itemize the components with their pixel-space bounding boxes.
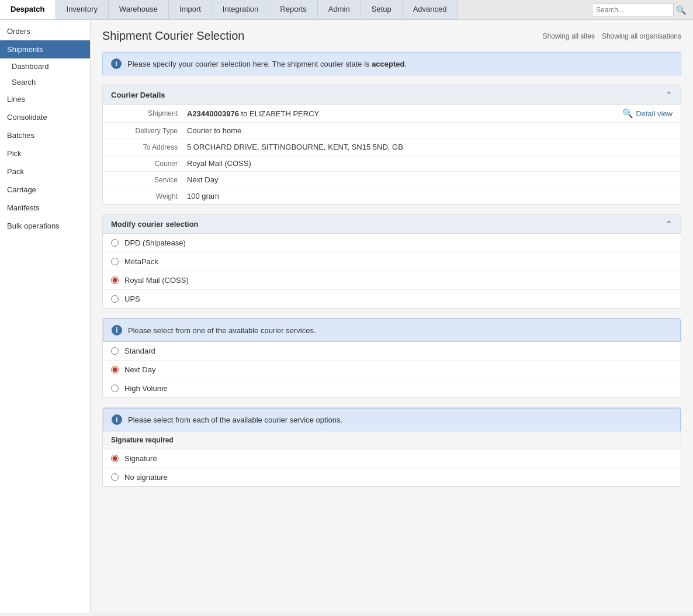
shipment-to-label: to <box>241 109 250 118</box>
sidebar: Orders Shipments Dashboard Search Lines … <box>0 20 91 612</box>
service-option-nextday-label: Next Day <box>124 365 155 374</box>
modify-courier-header: Modify courier selection ⌃ <box>103 214 681 234</box>
sidebar-item-pack[interactable]: Pack <box>0 162 90 181</box>
courier-option-royalmail-label: Royal Mail (COSS) <box>124 276 189 285</box>
service-options-info-banner: i Please select from each of the availab… <box>103 408 681 431</box>
delivery-type-label: Delivery Type <box>111 127 187 135</box>
service-value: Next Day <box>187 175 673 184</box>
sidebar-item-lines[interactable]: Lines <box>0 90 90 108</box>
service-option-highvolume[interactable]: High Volume <box>103 379 681 397</box>
service-options-info-icon: i <box>112 414 122 425</box>
modify-courier-panel: Modify courier selection ⌃ DPD (Shipatea… <box>102 214 681 309</box>
courier-services-panel: i Please select from one of the availabl… <box>102 318 681 398</box>
header-links: Showing all sites Showing all organisati… <box>543 32 681 40</box>
tab-inventory[interactable]: Inventory <box>56 0 109 19</box>
sidebar-item-bulk-operations[interactable]: Bulk operations <box>0 217 90 235</box>
sidebar-item-batches[interactable]: Batches <box>0 126 90 144</box>
courier-label: Courier <box>111 160 187 168</box>
courier-option-dpd-label: DPD (Shipatease) <box>124 238 186 247</box>
service-opt-signature-label: Signature <box>124 454 157 463</box>
tab-integration[interactable]: Integration <box>212 0 269 19</box>
weight-value: 100 gram <box>187 192 673 200</box>
service-radio-nextday[interactable] <box>111 366 119 373</box>
search-area: 🔍 <box>587 0 693 19</box>
info-icon: i <box>111 58 122 69</box>
courier-option-royalmail[interactable]: Royal Mail (COSS) <box>103 271 681 290</box>
courier-details-collapse-button[interactable]: ⌃ <box>666 90 673 99</box>
modify-courier-body: DPD (Shipatease) MetaPack Royal Mail (CO… <box>103 234 681 308</box>
weight-row: Weight 100 gram <box>103 188 681 204</box>
sidebar-item-carriage[interactable]: Carriage <box>0 181 90 199</box>
service-radio-standard[interactable] <box>111 347 119 355</box>
tab-setup[interactable]: Setup <box>361 0 403 19</box>
service-radio-signature[interactable] <box>111 455 119 462</box>
showing-all-organisations-link[interactable]: Showing all organisations <box>602 32 681 40</box>
courier-radio-metapack[interactable] <box>111 258 119 265</box>
courier-option-ups[interactable]: UPS <box>103 290 681 308</box>
service-option-nextday[interactable]: Next Day <box>103 361 681 379</box>
service-radio-no-signature[interactable] <box>111 473 119 481</box>
courier-value: Royal Mail (COSS) <box>187 159 673 168</box>
sidebar-item-search[interactable]: Search <box>0 74 90 90</box>
tab-reports[interactable]: Reports <box>269 0 318 19</box>
signature-required-label: Signature required <box>103 431 681 449</box>
page-title: Shipment Courier Selection <box>102 29 543 43</box>
courier-radio-ups[interactable] <box>111 295 119 303</box>
sidebar-item-manifests[interactable]: Manifests <box>0 199 90 217</box>
shipment-row: Shipment A23440003976 to ELIZABETH PERCY… <box>103 105 681 123</box>
service-options-info-text: Please select from each of the available… <box>128 416 342 424</box>
search-button[interactable]: 🔍 <box>674 4 688 16</box>
courier-radio-royalmail[interactable] <box>111 276 119 284</box>
courier-details-header: Courier Details ⌃ <box>103 85 681 105</box>
tab-despatch[interactable]: Despatch <box>0 0 56 19</box>
weight-label: Weight <box>111 192 187 200</box>
service-radio-highvolume[interactable] <box>111 385 119 392</box>
detail-view-link[interactable]: 🔍 Detail view <box>622 108 673 119</box>
sidebar-item-dashboard[interactable]: Dashboard <box>0 58 90 74</box>
service-label: Service <box>111 176 187 184</box>
top-navigation: Despatch Inventory Warehouse Import Inte… <box>0 0 693 20</box>
shipment-id: A23440003976 <box>187 109 239 118</box>
sidebar-item-pick[interactable]: Pick <box>0 144 90 162</box>
page-layout: Orders Shipments Dashboard Search Lines … <box>0 20 693 612</box>
service-options-body: Signature No signature <box>103 449 681 486</box>
service-option-standard[interactable]: Standard <box>103 342 681 361</box>
courier-row: Courier Royal Mail (COSS) <box>103 155 681 172</box>
courier-radio-dpd[interactable] <box>111 239 119 247</box>
service-option-highvolume-label: High Volume <box>124 384 168 393</box>
sidebar-item-consolidate[interactable]: Consolidate <box>0 108 90 126</box>
search-detail-icon: 🔍 <box>622 108 633 119</box>
courier-option-metapack-label: MetaPack <box>124 257 158 266</box>
courier-services-body: Standard Next Day High Volume <box>103 342 681 397</box>
shipment-value: A23440003976 to ELIZABETH PERCY <box>187 109 622 118</box>
info-banner-text: Please specify your courier selection he… <box>127 60 407 68</box>
tab-advanced[interactable]: Advanced <box>403 0 458 19</box>
service-opt-signature[interactable]: Signature <box>103 449 681 468</box>
showing-all-sites-link[interactable]: Showing all sites <box>543 32 595 40</box>
delivery-type-value: Courier to home <box>187 126 673 135</box>
to-address-row: To Address 5 ORCHARD DRIVE, SITTINGBOURN… <box>103 139 681 155</box>
courier-services-info-banner: i Please select from one of the availabl… <box>103 319 681 342</box>
main-content: Shipment Courier Selection Showing all s… <box>91 20 693 612</box>
search-input[interactable] <box>592 4 674 16</box>
tab-warehouse[interactable]: Warehouse <box>109 0 169 19</box>
courier-services-info-icon: i <box>112 325 122 335</box>
shipment-label: Shipment <box>111 109 187 117</box>
sidebar-item-orders[interactable]: Orders <box>0 22 90 40</box>
courier-option-dpd[interactable]: DPD (Shipatease) <box>103 234 681 252</box>
courier-option-metapack[interactable]: MetaPack <box>103 252 681 271</box>
modify-courier-title: Modify courier selection <box>111 220 199 229</box>
tab-admin[interactable]: Admin <box>318 0 361 19</box>
sidebar-item-shipments[interactable]: Shipments <box>0 40 90 58</box>
service-options-panel: i Please select from each of the availab… <box>102 407 681 487</box>
service-option-standard-label: Standard <box>124 347 155 355</box>
courier-details-panel: Courier Details ⌃ Shipment A23440003976 … <box>102 85 681 205</box>
modify-courier-collapse-button[interactable]: ⌃ <box>666 219 673 229</box>
courier-option-ups-label: UPS <box>124 295 140 303</box>
courier-details-title: Courier Details <box>111 91 165 99</box>
service-opt-no-signature[interactable]: No signature <box>103 468 681 486</box>
tab-import[interactable]: Import <box>169 0 212 19</box>
courier-services-info-text: Please select from one of the available … <box>128 326 316 335</box>
page-header: Shipment Courier Selection Showing all s… <box>102 29 681 43</box>
service-opt-no-signature-label: No signature <box>124 473 168 482</box>
